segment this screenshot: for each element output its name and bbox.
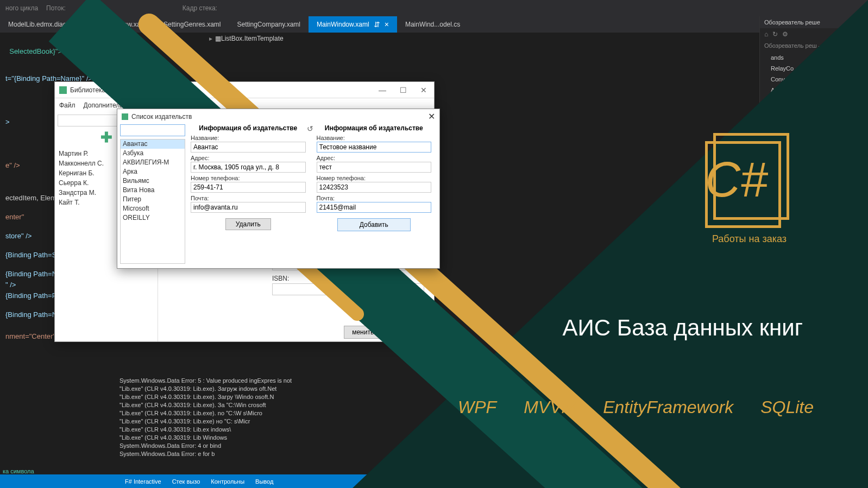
se-item: Converte — [771, 74, 857, 85]
se-item: RelayCo — [771, 63, 857, 74]
se-item: A — [771, 85, 857, 96]
email-input[interactable] — [191, 202, 306, 213]
tab-bookwindow[interactable]: BookWindow.xaml — [86, 16, 155, 33]
dialog-titlebar[interactable]: Список издательств ✕ — [117, 109, 439, 124]
edit-button[interactable]: менить — [344, 326, 382, 339]
thread-label: Поток: — [46, 4, 66, 12]
address-input[interactable] — [191, 162, 306, 173]
list-item[interactable]: Арка — [121, 167, 185, 176]
breadcrumb-icon: ▦ — [215, 35, 221, 42]
se-search[interactable]: Обозреватель реш — по — [760, 40, 868, 51]
dialog-icon — [122, 113, 128, 120]
fsi-tab[interactable]: F# Interactive — [125, 478, 161, 485]
list-item[interactable]: Авантас — [121, 140, 185, 149]
dialog-title: Список издательств — [131, 113, 192, 121]
frame-label: Кадр стека: — [183, 4, 217, 12]
output-tab[interactable]: Вывод — [255, 478, 273, 485]
app-icon — [59, 86, 67, 94]
publishers-dialog: Список издательств ✕ Авантас Азбука АКВИ… — [117, 109, 440, 269]
email-label: Почта: — [191, 195, 306, 201]
isbn-input[interactable] — [272, 283, 424, 295]
se-toolbar: ⌂ ↻ ⚙ — [760, 28, 868, 40]
phone-label: Номер телефона: — [317, 175, 432, 181]
se-item: Strin — [771, 117, 857, 128]
list-item[interactable]: Вита Нова — [121, 186, 185, 195]
list-item[interactable]: OREILLY — [121, 213, 185, 223]
watch-tab[interactable]: Контрольны — [211, 478, 244, 485]
status-symbol: ка символа — [3, 468, 34, 474]
se-item: ands — [771, 52, 857, 63]
publisher-view-panel: Информация об издательстве Название: Адр… — [185, 124, 311, 268]
close-icon[interactable]: × — [385, 20, 389, 29]
debug-toolbar: ного цикла Поток: Кадр стека: — [0, 0, 868, 16]
home-icon[interactable]: ⌂ — [764, 30, 768, 38]
breadcrumb: ▸ ▦ ListBox.ItemTemplate — [206, 33, 284, 45]
publisher-list[interactable]: Авантас Азбука АКВИЛЕГИЯ-М Арка Вильямс … — [120, 139, 185, 264]
se-title: Обозреватель реше — [760, 16, 868, 28]
solution-explorer: Обозреватель реше ⌂ ↻ ⚙ Обозреватель реш… — [759, 16, 868, 488]
email-label: Почта: — [317, 195, 432, 201]
close-icon[interactable]: ✕ — [428, 111, 435, 122]
pin-icon[interactable]: ⇵ — [374, 20, 380, 29]
phone-input[interactable] — [317, 182, 432, 193]
list-item[interactable]: Питер — [121, 195, 185, 204]
maximize-button[interactable]: ☐ — [393, 82, 413, 98]
breadcrumb-item[interactable]: ListBox.ItemTemplate — [221, 35, 284, 42]
isbn-label: ISBN: — [272, 275, 424, 282]
list-item[interactable]: АКВИЛЕГИЯ-М — [121, 158, 185, 167]
panel-heading: Информация об издательстве — [317, 124, 432, 132]
window-titlebar[interactable]: Библиотека 2.0 — ☐ ✕ — [55, 82, 434, 98]
panel-heading: Информация об издательстве — [191, 124, 306, 132]
list-item[interactable]: Вильямс — [121, 176, 185, 186]
se-item: R — [771, 155, 857, 166]
tab-settinggenres[interactable]: SettingGenres.xaml — [155, 16, 229, 33]
name-input[interactable] — [317, 142, 432, 153]
delete-button[interactable]: Удалить — [387, 326, 429, 339]
minimize-button[interactable]: — — [372, 82, 393, 98]
refresh-icon[interactable]: ↻ — [772, 30, 778, 38]
menu-windows[interactable]: Дополнительные окна — [84, 102, 151, 109]
name-label: Название: — [317, 135, 432, 141]
publisher-add-panel: ↺ Информация об издательстве Название: А… — [311, 124, 437, 268]
address-input[interactable] — [317, 162, 432, 173]
list-item[interactable]: Азбука — [121, 149, 185, 158]
address-label: Адрес: — [191, 155, 306, 161]
stack-tab[interactable]: Стек вызо — [172, 478, 200, 485]
menu-help[interactable]: Справка — [159, 102, 184, 109]
address-label: Адрес: — [317, 155, 432, 161]
chevron-icon: ▸ — [209, 35, 212, 42]
list-item[interactable]: Microsoft — [121, 204, 185, 213]
se-tree[interactable]: ands RelayCo Converte A Strin DataTra c*… — [760, 51, 868, 167]
se-item: DataTra — [771, 128, 857, 139]
tab-mainwindow-cs[interactable]: MainWind...odel.cs — [397, 16, 468, 33]
tab-mainwindow[interactable]: MainWindow.xaml⇵× — [309, 16, 397, 33]
document-tabs: ModelLib.edmx.diagram BookWindow.xaml Se… — [0, 16, 868, 33]
refresh-icon[interactable]: ↺ — [307, 124, 313, 133]
gear-icon[interactable]: ⚙ — [782, 30, 788, 38]
se-item: c* T — [771, 139, 857, 150]
status-bar: F# Interactive Стек вызо Контрольны Выво… — [0, 474, 868, 488]
window-title: Библиотека 2.0 — [70, 86, 116, 94]
publisher-search[interactable] — [120, 124, 185, 136]
phone-label: Номер телефона: — [191, 175, 306, 181]
add-publisher-button[interactable]: Добавить — [337, 218, 411, 231]
close-button[interactable]: ✕ — [413, 82, 434, 98]
output-panel[interactable]: System.Windows.Data Error: 5 : Value pro… — [119, 377, 445, 458]
cycle-label: ного цикла — [5, 4, 38, 12]
menu-file[interactable]: Файл — [59, 102, 76, 109]
tab-settingcompany[interactable]: SettingCompany.xaml — [229, 16, 309, 33]
name-input[interactable] — [191, 142, 306, 153]
delete-publisher-button[interactable]: Удалить — [225, 218, 271, 230]
name-label: Название: — [191, 135, 306, 141]
tab-model-diagram[interactable]: ModelLib.edmx.diagram — [0, 16, 86, 33]
phone-input[interactable] — [191, 182, 306, 193]
email-input[interactable] — [317, 202, 432, 213]
